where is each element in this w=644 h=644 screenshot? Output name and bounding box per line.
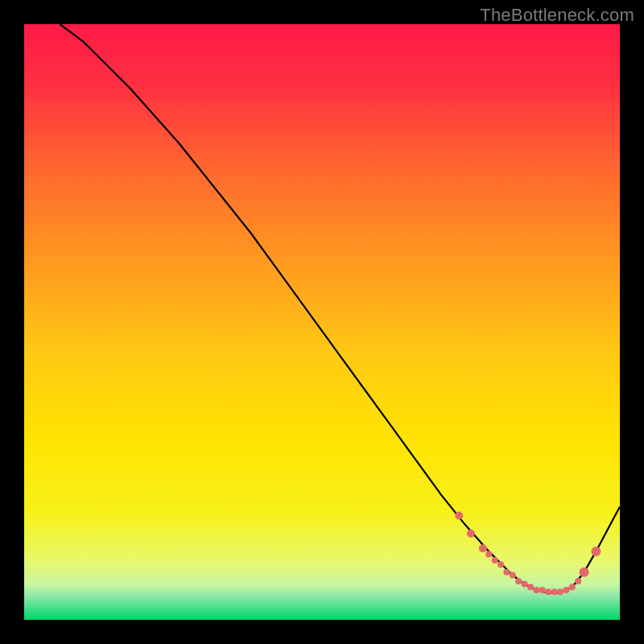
optimal-dot bbox=[575, 578, 581, 584]
optimal-dot bbox=[497, 561, 504, 568]
plot-area bbox=[24, 24, 620, 620]
optimal-dot bbox=[563, 587, 569, 593]
optimal-dot bbox=[492, 557, 498, 564]
optimal-dot bbox=[522, 581, 528, 588]
optimal-dot bbox=[515, 578, 522, 584]
gradient-background bbox=[24, 24, 620, 620]
optimal-dot bbox=[551, 588, 558, 595]
optimal-dot bbox=[503, 569, 510, 576]
optimal-dot bbox=[467, 530, 475, 538]
optimal-dot bbox=[533, 587, 539, 593]
optimal-dot bbox=[510, 572, 516, 579]
optimal-dot bbox=[557, 588, 564, 595]
chart-stage: TheBottleneck.com bbox=[0, 0, 644, 644]
watermark-text: TheBottleneck.com bbox=[480, 5, 634, 26]
optimal-dot bbox=[539, 587, 546, 593]
optimal-dot bbox=[485, 551, 492, 558]
optimal-dot bbox=[479, 544, 487, 552]
chart-svg bbox=[24, 24, 620, 620]
optimal-dot bbox=[545, 588, 551, 595]
optimal-dot bbox=[580, 568, 589, 577]
optimal-dot bbox=[455, 512, 463, 520]
optimal-dot bbox=[569, 584, 576, 590]
optimal-dot bbox=[591, 547, 601, 556]
optimal-dot bbox=[527, 584, 534, 590]
